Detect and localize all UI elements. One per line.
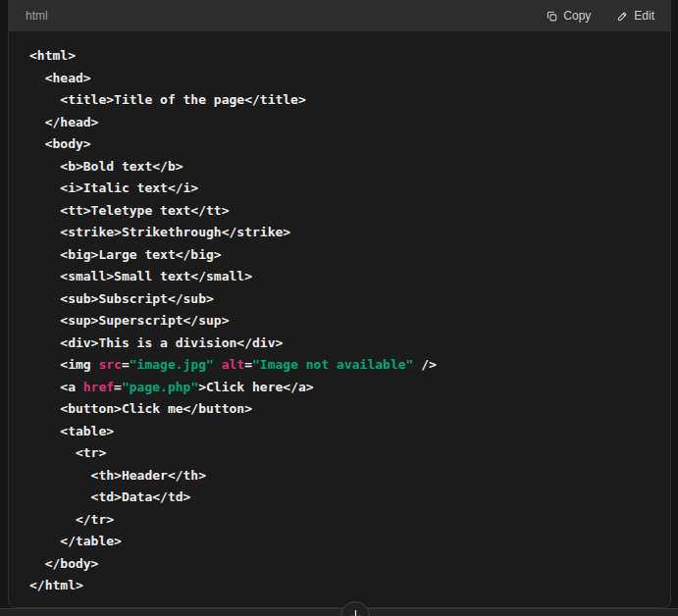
code-line: <button>Click me</button> bbox=[29, 398, 650, 421]
code-line: <b>Bold text</b> bbox=[29, 156, 650, 179]
code-token: "Image not available" bbox=[252, 357, 413, 372]
code-token: href bbox=[83, 380, 114, 394]
code-token: <th>Header</th> bbox=[29, 468, 206, 483]
code-token: <button>Click me</button> bbox=[29, 401, 252, 416]
code-block: html Copy Edit bbox=[8, 0, 671, 608]
code-token: = bbox=[114, 380, 122, 394]
code-line: <i>Italic text</i> bbox=[29, 178, 650, 200]
code-token: <tr> bbox=[29, 445, 106, 460]
code-token: <a bbox=[29, 380, 83, 394]
code-token: <td>Data</td> bbox=[29, 489, 190, 504]
arrow-down-icon bbox=[348, 602, 363, 616]
code-line: </tr> bbox=[29, 509, 650, 532]
code-token: alt bbox=[222, 357, 244, 372]
code-token: <tt>Teletype text</tt> bbox=[29, 203, 230, 218]
code-line: <th>Header</th> bbox=[29, 465, 650, 488]
code-token: <small>Small text</small> bbox=[29, 269, 252, 283]
copy-button-label: Copy bbox=[563, 10, 591, 22]
pencil-icon bbox=[616, 10, 629, 23]
code-token: <b>Bold text</b> bbox=[29, 159, 183, 174]
code-token: <strike>Strikethrough</strike> bbox=[29, 225, 290, 239]
page-bottom-strip bbox=[0, 608, 678, 616]
edit-button-label: Edit bbox=[634, 10, 654, 22]
code-line: </html> bbox=[29, 575, 650, 597]
code-token: </table> bbox=[29, 534, 122, 548]
code-line: <sub>Subscript</sub> bbox=[29, 288, 650, 311]
code-line: <sup>Superscript</sup> bbox=[29, 310, 650, 333]
code-token: <html> bbox=[29, 48, 76, 63]
code-line: <strike>Strikethrough</strike> bbox=[29, 222, 650, 244]
code-token: <sup>Superscript</sup> bbox=[29, 313, 230, 328]
code-line: <body> bbox=[29, 133, 650, 156]
code-line: <title>Title of the page</title> bbox=[29, 89, 650, 112]
code-token: <div>This is a division</div> bbox=[29, 335, 283, 350]
copy-icon bbox=[546, 10, 558, 23]
code-token: <sub>Subscript</sub> bbox=[29, 291, 214, 306]
code-token bbox=[214, 357, 222, 372]
code-token: /> bbox=[413, 357, 436, 372]
code-token: = bbox=[244, 357, 252, 372]
code-header: html Copy Edit bbox=[9, 0, 670, 31]
code-line: <table> bbox=[29, 421, 650, 443]
code-line: <head> bbox=[29, 68, 650, 90]
code-token: <body> bbox=[29, 136, 91, 151]
code-token: <i>Italic text</i> bbox=[29, 180, 198, 195]
code-token: <table> bbox=[29, 424, 114, 438]
code-token: src bbox=[98, 357, 121, 372]
code-line: </head> bbox=[29, 112, 650, 134]
code-token: <title>Title of the page</title> bbox=[29, 92, 306, 107]
code-token: </html> bbox=[29, 578, 83, 592]
code-token: <head> bbox=[29, 71, 91, 85]
code-line: <img src="image.jpg" alt="Image not avai… bbox=[29, 354, 650, 377]
code-line: <html> bbox=[29, 45, 650, 68]
code-language-label: html bbox=[26, 10, 48, 22]
code-token: </tr> bbox=[29, 512, 114, 527]
code-token: "page.php" bbox=[122, 380, 198, 394]
code-line: </table> bbox=[29, 531, 650, 553]
code-line: <tt>Teletype text</tt> bbox=[29, 200, 650, 223]
code-token: <big>Large text</big> bbox=[29, 247, 222, 262]
code-token: = bbox=[122, 357, 130, 372]
copy-button[interactable]: Copy bbox=[540, 6, 597, 26]
code-line: <td>Data</td> bbox=[29, 487, 650, 509]
code-line: <div>This is a division</div> bbox=[29, 333, 650, 355]
code-line: <a href="page.php">Click here</a> bbox=[29, 377, 650, 399]
code-token: </body> bbox=[29, 556, 98, 571]
code-token: <img bbox=[29, 357, 98, 372]
code-line: <big>Large text</big> bbox=[29, 244, 650, 267]
code-token: "image.jpg" bbox=[130, 357, 214, 372]
code-token: >Click here</a> bbox=[198, 380, 313, 394]
code-header-actions: Copy Edit bbox=[540, 6, 660, 26]
code-content: <html> <head> <title>Title of the page</… bbox=[9, 31, 670, 607]
edit-button[interactable]: Edit bbox=[610, 6, 660, 26]
code-line: <small>Small text</small> bbox=[29, 266, 650, 288]
code-line: <tr> bbox=[29, 442, 650, 465]
code-token: </head> bbox=[29, 115, 98, 129]
code-line: </body> bbox=[29, 553, 650, 576]
